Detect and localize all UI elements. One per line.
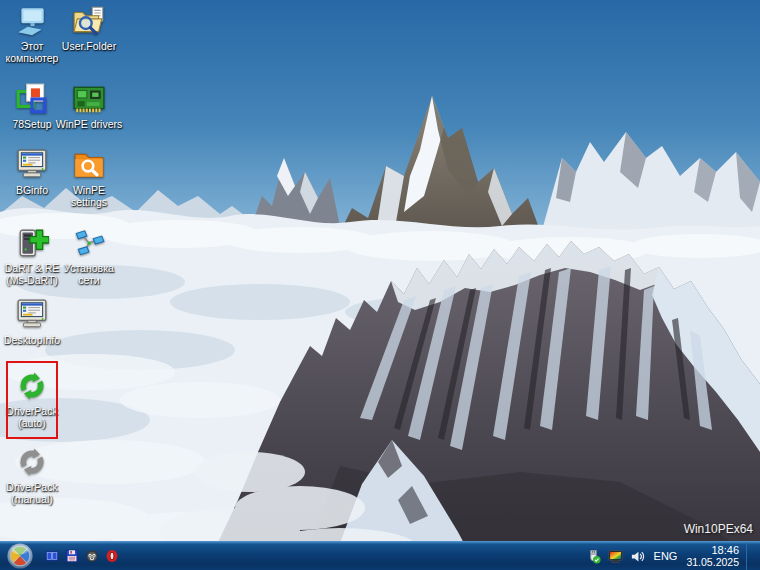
desktop-icon-bginfo[interactable]: BGinfo [0,148,64,196]
clock-date: 31.05.2025 [686,556,739,568]
build-watermark: Win10PEx64 [684,522,753,536]
quick-launch-bar [45,549,119,563]
desktop: Этот компьютер User.Folder 78Setup [0,0,760,570]
taskbar: ENG 18:46 31.05.2025 [0,541,760,570]
icon-label: Этот компьютер [0,40,64,65]
language-indicator[interactable]: ENG [652,550,680,562]
crt-monitor-icon [15,148,49,182]
desktop-icon-winpe-drivers[interactable]: WinPE drivers [57,82,121,130]
this-pc-icon [15,4,49,38]
system-tray: ENG 18:46 31.05.2025 [586,542,760,570]
icon-label: User.Folder [62,40,116,52]
display-settings-icon[interactable] [608,549,623,564]
desktop-icon-winpe-settings[interactable]: WinPE settings [57,148,121,209]
icon-label: BGinfo [16,184,48,196]
icon-label: DriverPack (manual) [0,481,64,506]
desktop-icon-78setup[interactable]: 78Setup [0,82,64,130]
volume-icon[interactable] [630,549,645,564]
panda-icon[interactable] [85,549,99,563]
icon-label: 78Setup [12,118,51,130]
desktop-icon-network-setup[interactable]: Установка сети [57,226,121,287]
desktop-icon-dart[interactable]: DaRT & RE (Ms-DaRT) [0,226,64,287]
clock-time: 18:46 [686,544,739,556]
usb-safely-remove-icon[interactable] [586,549,601,564]
refresh-gray-icon [15,445,49,479]
folder-search-icon [72,4,106,38]
icon-label: WinPE settings [57,184,121,209]
desktop-icon-this-pc[interactable]: Этот компьютер [0,4,64,65]
refresh-green-icon [15,369,49,403]
icon-label: DaRT & RE (Ms-DaRT) [0,262,64,287]
desktop-icon-driverpack-manual[interactable]: DriverPack (manual) [0,445,64,506]
pcb-chip-icon [72,82,106,116]
start-button[interactable] [6,542,34,570]
tower-plus-icon [15,226,49,260]
clock[interactable]: 18:46 31.05.2025 [686,544,739,568]
folder-magnifier-icon [72,148,106,182]
floppy-save-icon[interactable] [65,549,79,563]
desktop-icon-desktopinfo[interactable]: DesktopInfo [0,298,64,346]
icon-label: Установка сети [57,262,121,287]
desktop-icon-user-folder[interactable]: User.Folder [57,4,121,52]
crt-monitor-icon [15,298,49,332]
icon-label: DriverPack (auto) [0,405,64,430]
icon-label: DesktopInfo [4,334,60,346]
desktop-icon-driverpack-auto[interactable]: DriverPack (auto) [0,369,64,430]
setup-squares-icon [15,82,49,116]
show-desktop-button[interactable] [746,542,752,570]
opera-icon[interactable] [105,549,119,563]
dual-panel-icon[interactable] [45,549,59,563]
network-screens-icon [72,226,106,260]
icon-label: WinPE drivers [56,118,123,130]
